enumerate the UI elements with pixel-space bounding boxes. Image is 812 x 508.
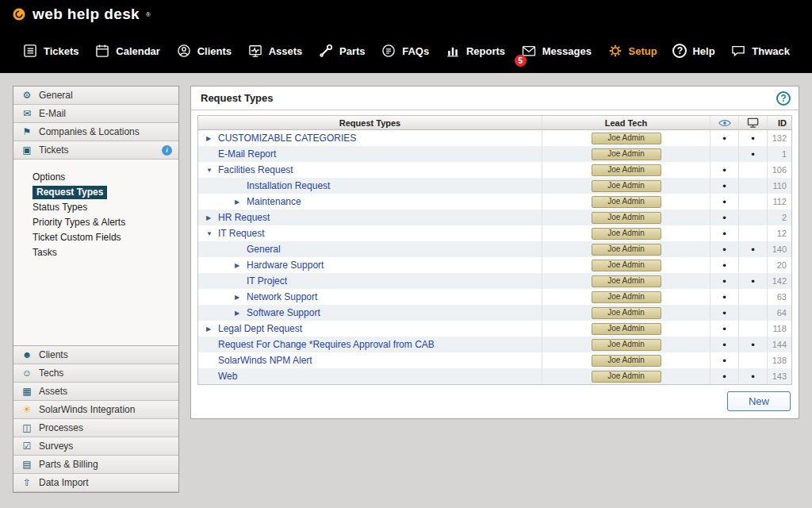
visible-dot: •	[710, 337, 738, 352]
row-id: 63	[767, 289, 791, 305]
lead-tech-button[interactable]: Joe Admin	[592, 291, 661, 303]
row-id: 140	[767, 241, 791, 257]
sidebar-item-email[interactable]: ✉ E-Mail	[13, 105, 178, 123]
sidebar-item-surveys[interactable]: ☑ Surveys	[13, 437, 178, 456]
sidebar-item-label: Parts & Billing	[39, 459, 178, 470]
expand-arrow-icon[interactable]: ▶	[206, 325, 218, 333]
info-icon[interactable]: i	[162, 145, 172, 156]
lead-tech-button[interactable]: Joe Admin	[592, 355, 661, 367]
sidebar-item-parts-billing[interactable]: ▤ Parts & Billing	[13, 456, 178, 474]
parts-icon	[318, 43, 334, 59]
request-type-link[interactable]: E-Mail Report	[218, 148, 276, 160]
sidebar-item-processes[interactable]: ◫ Processes	[13, 419, 178, 437]
nav-clients[interactable]: Clients	[176, 43, 232, 59]
lead-tech-button[interactable]: Joe Admin	[592, 212, 661, 224]
nav-messages[interactable]: 5 Messages	[521, 43, 592, 59]
request-type-link[interactable]: IT Project	[247, 275, 287, 287]
table-row: Request For Change *Requires Approval fr…	[198, 337, 791, 352]
sidebar-subitem-priority-types-alerts[interactable]: Priority Types & Alerts	[33, 216, 174, 231]
sidebar-subitem-status-types[interactable]: Status Types	[33, 201, 174, 216]
expand-arrow-icon[interactable]: ▼	[206, 167, 218, 174]
request-type-link[interactable]: HR Request	[218, 212, 270, 223]
request-type-link[interactable]: Hardware Support	[247, 260, 324, 271]
faqs-icon	[381, 43, 396, 59]
client-visible-dot	[738, 225, 767, 241]
request-type-link[interactable]: Request For Change *Requires Approval fr…	[218, 339, 435, 350]
visible-dot: •	[710, 241, 738, 257]
gear-icon: ⚙	[21, 90, 33, 101]
request-type-link[interactable]: Network Support	[247, 291, 317, 302]
visible-dot: •	[710, 257, 738, 273]
request-type-link[interactable]: Software Support	[247, 307, 320, 318]
lead-tech-button[interactable]: Joe Admin	[592, 260, 661, 271]
solarwinds-sun-icon: ☀	[21, 404, 33, 415]
nav-parts[interactable]: Parts	[318, 43, 366, 59]
nav-thwack[interactable]: Thwack	[730, 43, 790, 59]
request-type-link[interactable]: General	[247, 244, 281, 255]
request-type-link[interactable]: Installation Request	[247, 180, 330, 191]
logo[interactable]: web help desk ®	[11, 6, 151, 23]
nav-reports[interactable]: Reports	[445, 43, 505, 59]
lead-tech-button[interactable]: Joe Admin	[592, 196, 661, 208]
request-type-link[interactable]: Facilities Request	[218, 164, 293, 175]
row-id: 106	[767, 162, 791, 178]
request-type-link[interactable]: Legal Dept Request	[218, 323, 302, 334]
nav-tickets[interactable]: Tickets	[22, 43, 79, 59]
nav-faqs[interactable]: FAQs	[381, 43, 429, 59]
client-visible-dot: •	[738, 241, 767, 257]
sidebar-subitem-tasks[interactable]: Tasks	[33, 246, 174, 261]
request-type-link[interactable]: Web	[218, 371, 237, 382]
expand-arrow-icon[interactable]: ▶	[235, 310, 247, 317]
nav-label: Calendar	[116, 45, 160, 57]
row-id: 110	[767, 178, 791, 194]
sidebar-item-tickets[interactable]: ▣ Tickets i	[13, 141, 178, 160]
lead-tech-button[interactable]: Joe Admin	[592, 228, 661, 240]
nav-label: Tickets	[44, 45, 79, 57]
expand-arrow-icon[interactable]: ▶	[235, 294, 247, 301]
setup-icon	[607, 43, 623, 59]
row-id: 64	[767, 305, 791, 321]
sidebar-subitem-request-types[interactable]: Request Types	[33, 186, 174, 201]
nav-assets[interactable]: Assets	[247, 43, 303, 59]
nav-calendar[interactable]: Calendar	[94, 43, 160, 59]
row-id: 1	[767, 146, 791, 162]
lead-tech-button[interactable]: Joe Admin	[592, 180, 661, 192]
sidebar-item-clients[interactable]: ☻ Clients	[13, 346, 178, 364]
lead-tech-button[interactable]: Joe Admin	[592, 244, 661, 256]
expand-arrow-icon[interactable]: ▶	[206, 214, 218, 221]
client-visible-dot	[738, 352, 767, 368]
expand-arrow-icon[interactable]: ▼	[206, 230, 218, 237]
request-type-link[interactable]: CUSTOMIZABLE CATEGORIES	[218, 133, 356, 144]
lead-tech-button[interactable]: Joe Admin	[592, 164, 661, 176]
visible-dot: •	[710, 210, 738, 225]
new-button[interactable]: New	[727, 391, 791, 411]
request-type-link[interactable]: SolarWinds NPM Alert	[218, 355, 312, 366]
lead-tech-button[interactable]: Joe Admin	[592, 339, 661, 351]
nav-setup[interactable]: Setup	[607, 43, 657, 59]
lead-tech-button[interactable]: Joe Admin	[592, 371, 661, 383]
lead-tech-button[interactable]: Joe Admin	[592, 275, 661, 287]
sidebar-subitem-ticket-custom-fields[interactable]: Ticket Custom Fields	[33, 231, 174, 246]
sidebar-item-companies-locations[interactable]: ⚑ Companies & Locations	[13, 123, 178, 141]
request-type-link[interactable]: IT Request	[218, 228, 264, 239]
sidebar-item-data-import[interactable]: ⇧ Data Import	[13, 474, 178, 492]
table-row: SolarWinds NPM Alert Joe Admin • 138	[198, 352, 791, 368]
expand-arrow-icon[interactable]: ▶	[206, 135, 218, 142]
process-icon: ◫	[21, 422, 33, 433]
table-row: IT Project Joe Admin • • 142	[198, 273, 791, 289]
sidebar-item-solarwinds-integration[interactable]: ☀ SolarWinds Integration	[13, 401, 178, 419]
nav-help[interactable]: ? Help	[672, 44, 714, 58]
sidebar-item-general[interactable]: ⚙ General	[13, 87, 178, 105]
lead-tech-button[interactable]: Joe Admin	[592, 133, 661, 144]
panel-help-icon[interactable]: ?	[776, 91, 791, 106]
sidebar-item-techs[interactable]: ☺ Techs	[13, 364, 178, 383]
lead-tech-button[interactable]: Joe Admin	[592, 148, 661, 160]
expand-arrow-icon[interactable]: ▶	[235, 262, 247, 269]
sidebar-subitem-options[interactable]: Options	[33, 171, 174, 186]
visible-dot: •	[710, 321, 738, 337]
sidebar-item-assets[interactable]: ▦ Assets	[13, 383, 178, 401]
lead-tech-button[interactable]: Joe Admin	[592, 307, 661, 319]
expand-arrow-icon[interactable]: ▶	[235, 198, 247, 206]
request-type-link[interactable]: Maintenance	[247, 196, 301, 207]
lead-tech-button[interactable]: Joe Admin	[592, 323, 661, 335]
